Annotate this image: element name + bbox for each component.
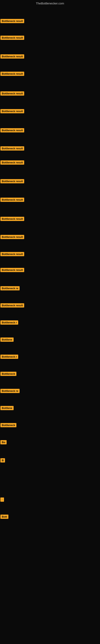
bottleneck-label[interactable]: Bottleneck re xyxy=(0,286,20,290)
bottleneck-label[interactable]: Bottleneck result xyxy=(0,54,24,58)
bottleneck-result-row: Bottleneck r xyxy=(0,320,18,324)
bottleneck-result-row: Bottleneck result xyxy=(0,217,24,221)
bottleneck-result-row: Bottleneck result xyxy=(0,128,24,132)
bottleneck-label[interactable]: Bottleneck result xyxy=(0,91,24,96)
bottleneck-label[interactable]: Bottleneck result xyxy=(0,235,24,239)
bottleneck-result-row: Bottleneck result xyxy=(0,235,24,239)
bottleneck-label[interactable]: Bottleneck xyxy=(0,372,16,376)
bottleneck-result-row: Bottleneck result xyxy=(0,72,24,76)
bottleneck-result-row: Bottleneck result xyxy=(0,19,24,23)
bottleneck-label[interactable]: Bottlene xyxy=(0,406,14,410)
bottleneck-result-row: Bottleneck result xyxy=(0,303,24,308)
bottleneck-label[interactable]: Bottleneck result xyxy=(0,198,24,202)
bottleneck-label[interactable]: Bottleneck result xyxy=(0,109,24,113)
bottleneck-label[interactable]: Bottleneck result xyxy=(0,268,24,272)
bottleneck-result-row: Bottleneck result xyxy=(0,54,24,58)
bottleneck-label[interactable]: Bottleneck result xyxy=(0,36,24,40)
bottleneck-result-row: Bott xyxy=(0,514,8,519)
bottleneck-label[interactable]: B xyxy=(0,458,5,462)
bottleneck-label[interactable]: Bottleneck xyxy=(0,423,16,427)
bottleneck-result-row: Bottleneck r xyxy=(0,354,18,359)
bottleneck-label[interactable]: Bottleneck result xyxy=(0,303,24,308)
bottleneck-result-row: Bottleneck result xyxy=(0,179,24,183)
bottleneck-result-row: Bottleneck re xyxy=(0,286,20,290)
bottleneck-result-row: Bottleneck xyxy=(0,423,16,427)
bottleneck-result-row: Bottleneck result xyxy=(0,268,24,272)
site-title: TheBottlenecker.com xyxy=(0,0,100,8)
bottleneck-result-row: Bottlene xyxy=(0,338,14,342)
bottleneck-label[interactable]: Bottleneck result xyxy=(0,146,24,150)
bottleneck-result-row: Bottleneck result xyxy=(0,160,24,164)
bottleneck-label[interactable]: Bottleneck result xyxy=(0,179,24,183)
bottleneck-label[interactable]: Bo xyxy=(0,440,7,444)
bottleneck-result-row: Bo xyxy=(0,440,7,444)
bottleneck-result-row: Bottleneck result xyxy=(0,91,24,96)
bottleneck-label[interactable]: Bottleneck result xyxy=(0,252,24,256)
bottleneck-result-row: Bottlene xyxy=(0,406,14,410)
bottleneck-label[interactable]: Bottlene xyxy=(0,338,14,342)
bottleneck-result-row: Bottleneck result xyxy=(0,198,24,202)
bottleneck-result-row: B xyxy=(0,458,5,462)
bottleneck-result-row: Bottleneck xyxy=(0,372,16,376)
bottleneck-result-row: Bottleneck result xyxy=(0,146,24,150)
bottleneck-result-row: · xyxy=(0,498,4,502)
bottleneck-label[interactable]: Bottleneck result xyxy=(0,160,24,164)
bottleneck-result-row: Bottleneck result xyxy=(0,109,24,113)
bottleneck-label[interactable]: Bottleneck r xyxy=(0,320,18,324)
bottleneck-label[interactable]: Bottleneck result xyxy=(0,72,24,76)
bottleneck-result-row: Bottleneck result xyxy=(0,36,24,40)
bottleneck-label[interactable]: Bott xyxy=(0,514,8,519)
bottleneck-label[interactable]: Bottleneck r xyxy=(0,354,18,359)
bottleneck-result-row: Bottleneck re xyxy=(0,389,20,393)
bottleneck-label[interactable]: Bottleneck result xyxy=(0,217,24,221)
bottleneck-label[interactable]: Bottleneck re xyxy=(0,389,20,393)
bottleneck-result-row: Bottleneck result xyxy=(0,252,24,256)
bottleneck-label[interactable]: · xyxy=(0,498,4,502)
bottleneck-label[interactable]: Bottleneck result xyxy=(0,19,24,23)
bottleneck-label[interactable]: Bottleneck result xyxy=(0,128,24,132)
